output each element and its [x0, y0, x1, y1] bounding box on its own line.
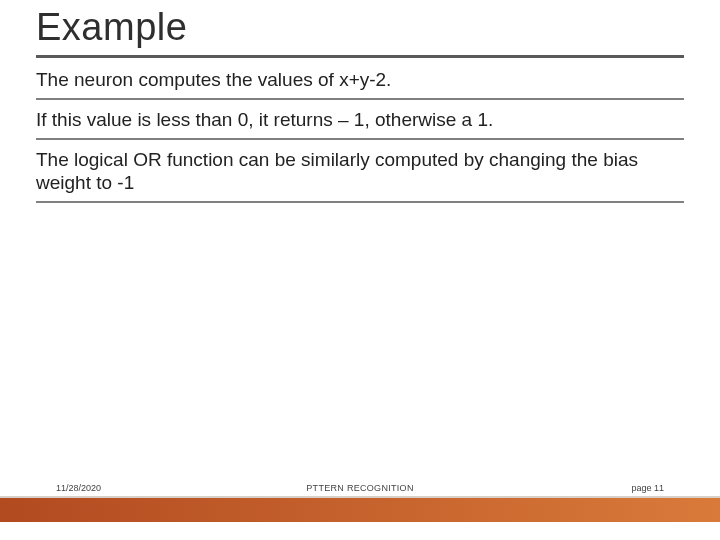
footer-center-text: PTTERN RECOGNITION	[259, 483, 462, 493]
slide-content: The neuron computes the values of x+y-2.…	[0, 58, 720, 203]
paragraph: The neuron computes the values of x+y-2.	[36, 68, 684, 92]
paragraph-divider	[36, 138, 684, 140]
paragraph: If this value is less than 0, it returns…	[36, 108, 684, 132]
footer-date: 11/28/2020	[56, 483, 259, 493]
slide-title: Example	[36, 6, 684, 49]
footer-page-number: page 11	[461, 483, 664, 493]
paragraph: The logical OR function can be similarly…	[36, 148, 684, 196]
slide-footer: 11/28/2020 PTTERN RECOGNITION page 11	[0, 480, 720, 496]
paragraph-divider	[36, 201, 684, 203]
slide-header: Example	[0, 0, 720, 53]
footer-band	[0, 498, 720, 522]
slide: Example The neuron computes the values o…	[0, 0, 720, 540]
paragraph-divider	[36, 98, 684, 100]
